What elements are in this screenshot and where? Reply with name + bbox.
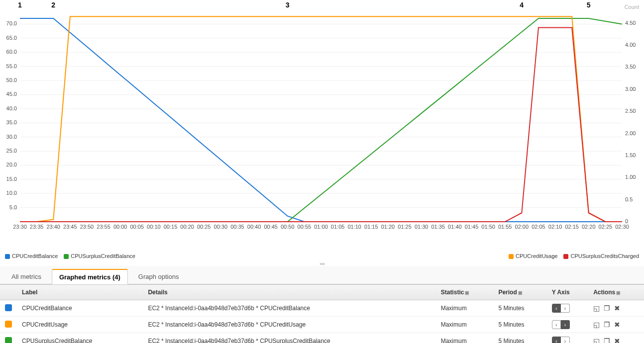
svg-text:60.0: 60.0 — [6, 49, 17, 55]
svg-text:23:30: 23:30 — [13, 224, 27, 230]
legend-item[interactable]: CPUSurplusCreditsCharged — [563, 253, 639, 259]
metric-period[interactable]: 5 Minutes — [493, 317, 546, 333]
legend-item[interactable]: CPUCreditUsage — [509, 253, 557, 259]
svg-text:45.0: 45.0 — [6, 91, 17, 97]
svg-text:02:30: 02:30 — [615, 224, 629, 230]
svg-text:35.0: 35.0 — [6, 119, 17, 125]
series-color-swatch[interactable] — [5, 304, 12, 311]
svg-text:23:45: 23:45 — [63, 224, 77, 230]
remove-icon[interactable]: ✖ — [614, 337, 620, 343]
svg-text:02:10: 02:10 — [548, 224, 562, 230]
svg-text:02:25: 02:25 — [599, 224, 613, 230]
svg-text:01:30: 01:30 — [415, 224, 429, 230]
chart-annotation: 5 — [587, 1, 591, 9]
svg-text:00:25: 00:25 — [197, 224, 211, 230]
chart-annotation: 1 — [18, 1, 22, 9]
legend-item[interactable]: CPUCreditBalance — [5, 253, 58, 259]
remove-icon[interactable]: ✖ — [614, 321, 620, 329]
metric-statistic[interactable]: Maximum — [436, 317, 494, 333]
svg-text:70.0: 70.0 — [6, 20, 17, 26]
svg-text:01:55: 01:55 — [498, 224, 512, 230]
metric-label[interactable]: CPUCreditBalance — [17, 300, 143, 317]
legend-item[interactable]: CPUSurplusCreditBalance — [64, 253, 135, 259]
svg-text:01:45: 01:45 — [465, 224, 479, 230]
svg-text:00:20: 00:20 — [180, 224, 194, 230]
tab-all-metrics[interactable]: All metrics — [4, 269, 49, 284]
yaxis-right-button[interactable]: › — [561, 337, 570, 343]
svg-text:01:40: 01:40 — [448, 224, 462, 230]
remove-icon[interactable]: ✖ — [614, 304, 620, 312]
col-label: Label — [17, 285, 143, 300]
metric-period[interactable]: 5 Minutes — [493, 300, 546, 317]
chart-annotation: 3 — [286, 1, 290, 9]
yaxis-right-button[interactable]: › — [561, 304, 570, 313]
svg-text:3.50: 3.50 — [625, 64, 636, 70]
metric-statistic[interactable]: Maximum — [436, 300, 494, 317]
svg-text:01:00: 01:00 — [314, 224, 328, 230]
svg-text:02:00: 02:00 — [515, 224, 529, 230]
metric-details: EC2 * InstanceId:i-0aa4b948d7eb37d6b * C… — [143, 300, 435, 317]
svg-text:1.00: 1.00 — [625, 174, 636, 180]
svg-text:02:05: 02:05 — [532, 224, 545, 230]
pane-resize-handle[interactable] — [315, 263, 329, 265]
svg-text:02:15: 02:15 — [565, 224, 579, 230]
svg-text:65.0: 65.0 — [6, 35, 17, 41]
alarm-icon[interactable]: ◱ — [593, 321, 600, 329]
col-details: Details — [143, 285, 435, 300]
table-row: CPUCreditUsageEC2 * InstanceId:i-0aa4b94… — [0, 317, 644, 333]
yaxis-left-button[interactable]: ‹ — [552, 320, 561, 329]
svg-text:50.0: 50.0 — [6, 77, 17, 83]
svg-text:00:45: 00:45 — [264, 224, 278, 230]
svg-text:5.0: 5.0 — [9, 204, 17, 210]
graphed-metrics-table: Label Details Statistic▣ Period▣ Y Axis … — [0, 284, 644, 343]
col-period[interactable]: Period▣ — [493, 285, 546, 300]
yaxis-right-button[interactable]: › — [561, 320, 570, 329]
svg-text:2.00: 2.00 — [625, 130, 636, 136]
metrics-tabs: All metrics Graphed metrics (4) Graph op… — [0, 266, 644, 284]
svg-text:10.0: 10.0 — [6, 190, 17, 196]
svg-text:01:25: 01:25 — [398, 224, 412, 230]
svg-text:00:05: 00:05 — [130, 224, 144, 230]
svg-text:55.0: 55.0 — [6, 63, 17, 69]
alarm-icon[interactable]: ◱ — [593, 304, 600, 312]
duplicate-icon[interactable]: ❐ — [604, 337, 610, 343]
line-chart[interactable]: 5.010.015.020.025.030.035.040.045.050.05… — [0, 0, 644, 234]
svg-text:00:50: 00:50 — [281, 224, 295, 230]
svg-text:01:20: 01:20 — [381, 224, 395, 230]
col-statistic[interactable]: Statistic▣ — [436, 285, 494, 300]
chart-legend: CPUCreditBalanceCPUSurplusCreditBalance … — [0, 251, 644, 262]
metric-period[interactable]: 5 Minutes — [493, 333, 546, 343]
svg-text:01:05: 01:05 — [331, 224, 345, 230]
col-actions[interactable]: Actions▣ — [588, 285, 644, 300]
chart-panel: Count 5.010.015.020.025.030.035.040.045.… — [0, 0, 644, 251]
svg-text:00:40: 00:40 — [247, 224, 261, 230]
metric-label[interactable]: CPUSurplusCreditBalance — [17, 333, 143, 343]
svg-text:4.00: 4.00 — [625, 42, 636, 48]
duplicate-icon[interactable]: ❐ — [604, 321, 610, 329]
alarm-icon[interactable]: ◱ — [593, 337, 600, 343]
metric-label[interactable]: CPUCreditUsage — [17, 317, 143, 333]
svg-text:23:40: 23:40 — [46, 224, 60, 230]
metric-details: EC2 * InstanceId:i-0aa4b948d7eb37d6b * C… — [143, 333, 435, 343]
series-color-swatch[interactable] — [5, 321, 12, 328]
tab-graphed-metrics[interactable]: Graphed metrics (4) — [52, 269, 128, 284]
col-yaxis: Y Axis — [547, 285, 588, 300]
svg-text:23:55: 23:55 — [97, 224, 110, 230]
svg-text:15.0: 15.0 — [6, 176, 17, 182]
tab-graph-options[interactable]: Graph options — [131, 269, 187, 284]
svg-text:40.0: 40.0 — [6, 105, 17, 111]
svg-text:02:20: 02:20 — [582, 224, 596, 230]
svg-text:01:10: 01:10 — [347, 224, 361, 230]
svg-text:2.50: 2.50 — [625, 108, 636, 114]
yaxis-left-button[interactable]: ‹ — [552, 304, 561, 313]
yaxis-left-button[interactable]: ‹ — [552, 337, 561, 343]
metric-statistic[interactable]: Maximum — [436, 333, 494, 343]
series-color-swatch[interactable] — [5, 337, 12, 343]
svg-text:23:35: 23:35 — [30, 224, 44, 230]
duplicate-icon[interactable]: ❐ — [604, 304, 610, 312]
svg-text:01:35: 01:35 — [431, 224, 445, 230]
svg-text:25.0: 25.0 — [6, 148, 17, 154]
table-row: CPUCreditBalanceEC2 * InstanceId:i-0aa4b… — [0, 300, 644, 317]
svg-text:01:15: 01:15 — [364, 224, 378, 230]
svg-text:20.0: 20.0 — [6, 162, 17, 168]
